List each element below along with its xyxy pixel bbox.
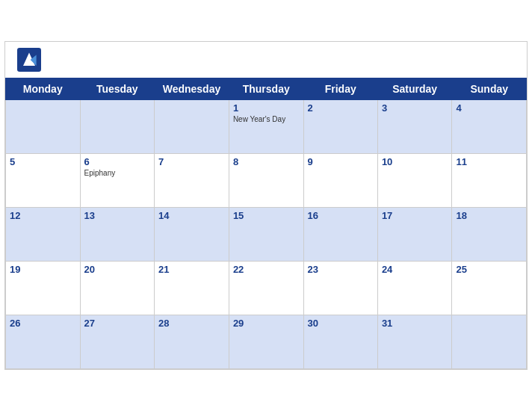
calendar-cell: [155, 100, 229, 154]
day-number: 20: [84, 264, 151, 275]
calendar-cell: 20: [80, 262, 155, 315]
day-number: 30: [308, 318, 374, 329]
day-number: 16: [308, 210, 374, 221]
days-header-row: MondayTuesdayWednesdayThursdayFridaySatu…: [6, 78, 527, 100]
day-number: 11: [456, 156, 522, 167]
calendar-cell: 2: [303, 100, 377, 154]
generalblue-logo-icon: [17, 48, 41, 72]
calendar-cell: 3: [377, 100, 452, 154]
calendar-cell: 18: [452, 208, 527, 262]
day-number: 21: [158, 264, 225, 275]
day-header-wednesday: Wednesday: [155, 78, 229, 100]
day-number: 3: [382, 102, 448, 114]
day-number: 23: [308, 264, 374, 275]
calendar-header: [5, 42, 527, 78]
calendar-cell: 6Epiphany: [80, 154, 155, 208]
calendar-cell: 30: [303, 315, 377, 369]
logo: [17, 48, 44, 72]
calendar-cell: 26: [6, 315, 81, 369]
calendar-week-row: 262728293031: [6, 315, 527, 369]
day-number: 24: [382, 264, 448, 275]
calendar-cell: 11: [452, 154, 527, 208]
day-number: 12: [10, 210, 76, 221]
day-number: 27: [84, 318, 151, 329]
calendar-cell: 9: [303, 154, 377, 208]
calendar-cell: 28: [155, 315, 229, 369]
day-header-sunday: Sunday: [452, 78, 527, 100]
day-header-monday: Monday: [6, 78, 81, 100]
holiday-label: Epiphany: [84, 169, 151, 177]
calendar-cell: 16: [303, 208, 377, 262]
day-number: 4: [456, 102, 522, 114]
calendar-grid: MondayTuesdayWednesdayThursdayFridaySatu…: [5, 78, 527, 369]
calendar-cell: 14: [155, 208, 229, 262]
calendar-cell: 22: [229, 262, 303, 315]
holiday-label: New Year's Day: [233, 115, 300, 123]
day-number: 15: [233, 210, 300, 221]
day-number: 8: [233, 156, 300, 167]
day-number: 5: [10, 156, 76, 167]
calendar-cell: 23: [303, 262, 377, 315]
calendar-cell: 13: [80, 208, 155, 262]
calendar-week-row: 19202122232425: [6, 262, 527, 315]
calendar-cell: [6, 100, 81, 154]
day-number: 29: [233, 318, 300, 329]
calendar-week-row: 1New Year's Day234: [6, 100, 527, 154]
calendar-cell: 31: [377, 315, 452, 369]
day-number: 22: [233, 264, 300, 275]
calendar-cell: [452, 315, 527, 369]
calendar-cell: 25: [452, 262, 527, 315]
day-header-friday: Friday: [303, 78, 377, 100]
day-header-tuesday: Tuesday: [80, 78, 155, 100]
calendar-cell: 19: [6, 262, 81, 315]
day-number: 10: [382, 156, 448, 167]
calendar-cell: 17: [377, 208, 452, 262]
day-number: 25: [456, 264, 522, 275]
calendar-cell: 7: [155, 154, 229, 208]
calendar-cell: 12: [6, 208, 81, 262]
day-number: 1: [233, 102, 300, 114]
day-header-thursday: Thursday: [229, 78, 303, 100]
calendar-cell: 21: [155, 262, 229, 315]
calendar-cell: 29: [229, 315, 303, 369]
calendar-container: MondayTuesdayWednesdayThursdayFridaySatu…: [4, 41, 528, 370]
day-number: 14: [158, 210, 225, 221]
calendar-cell: 8: [229, 154, 303, 208]
day-number: 28: [158, 318, 225, 329]
calendar-cell: 5: [6, 154, 81, 208]
calendar-week-row: 12131415161718: [6, 208, 527, 262]
calendar-cell: 27: [80, 315, 155, 369]
day-number: 2: [308, 102, 374, 114]
day-number: 31: [382, 318, 448, 329]
calendar-cell: 24: [377, 262, 452, 315]
day-number: 26: [10, 318, 76, 329]
calendar-cell: 15: [229, 208, 303, 262]
calendar-week-row: 56Epiphany7891011: [6, 154, 527, 208]
calendar-cell: 10: [377, 154, 452, 208]
day-number: 6: [84, 156, 151, 167]
day-number: 7: [158, 156, 225, 167]
calendar-cell: 4: [452, 100, 527, 154]
day-header-saturday: Saturday: [377, 78, 452, 100]
day-number: 13: [84, 210, 151, 221]
calendar-cell: 1New Year's Day: [229, 100, 303, 154]
day-number: 19: [10, 264, 76, 275]
day-number: 17: [382, 210, 448, 221]
day-number: 9: [308, 156, 374, 167]
day-number: 18: [456, 210, 522, 221]
calendar-cell: [80, 100, 155, 154]
